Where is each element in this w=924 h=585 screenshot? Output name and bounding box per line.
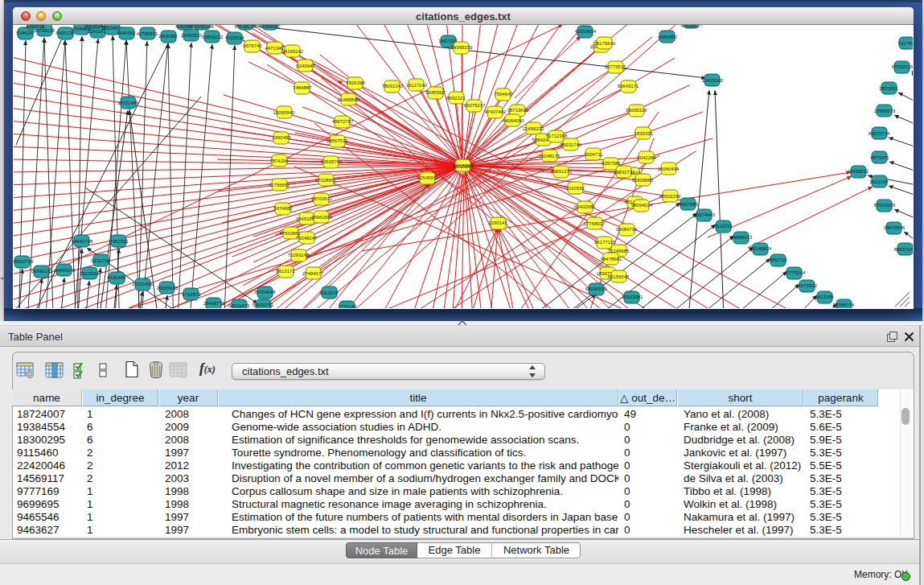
- svg-text:98094024: 98094024: [631, 203, 653, 208]
- svg-text:88937346: 88937346: [894, 247, 913, 252]
- svg-text:1640052: 1640052: [117, 31, 136, 35]
- svg-text:13433200: 13433200: [702, 78, 724, 83]
- svg-text:65648236: 65648236: [235, 25, 257, 29]
- svg-text:1839335: 1839335: [634, 131, 653, 136]
- svg-text:5045562: 5045562: [425, 90, 445, 95]
- svg-text:0679740: 0679740: [243, 43, 262, 48]
- svg-text:16560494: 16560494: [658, 167, 680, 171]
- svg-text:09670546: 09670546: [884, 225, 906, 230]
- svg-text:3623166: 3623166: [869, 179, 889, 184]
- svg-text:43699577: 43699577: [681, 25, 703, 28]
- svg-text:21456232: 21456232: [523, 126, 544, 131]
- svg-text:39005329: 39005329: [626, 108, 647, 113]
- svg-text:16117240: 16117240: [406, 83, 428, 88]
- svg-text:86872774: 86872774: [869, 131, 890, 136]
- svg-text:7464887: 7464887: [293, 85, 312, 90]
- svg-text:67632016: 67632016: [892, 64, 913, 69]
- svg-text:8692221: 8692221: [446, 96, 466, 101]
- svg-text:63605766: 63605766: [321, 159, 343, 164]
- svg-text:35240824: 35240824: [750, 246, 772, 251]
- svg-text:52809885: 52809885: [632, 178, 654, 183]
- svg-text:5674680: 5674680: [273, 206, 293, 211]
- svg-text:5346247: 5346247: [16, 31, 35, 35]
- svg-text:99650752: 99650752: [253, 303, 274, 307]
- svg-text:2805982: 2805982: [158, 34, 178, 39]
- svg-text:3990490: 3990490: [272, 135, 291, 140]
- svg-text:16048175: 16048175: [539, 154, 561, 159]
- svg-text:69379237: 69379237: [464, 103, 486, 108]
- svg-text:53773515: 53773515: [605, 64, 626, 69]
- svg-text:8313678: 8313678: [319, 290, 339, 295]
- svg-text:74989413: 74989413: [731, 235, 753, 240]
- svg-text:06562729: 06562729: [14, 259, 34, 264]
- svg-text:36183242: 36183242: [282, 49, 304, 54]
- svg-text:19832731: 19832731: [614, 170, 635, 175]
- svg-text:7874296: 7874296: [269, 159, 289, 163]
- svg-text:35454948: 35454948: [254, 290, 276, 295]
- svg-text:6716572: 6716572: [182, 292, 201, 297]
- svg-text:58867533: 58867533: [326, 138, 348, 143]
- svg-text:18702621: 18702621: [311, 196, 333, 201]
- svg-text:85931746: 85931746: [561, 142, 582, 147]
- svg-text:8613171: 8613171: [276, 269, 295, 274]
- svg-text:66177115: 66177115: [594, 240, 616, 245]
- svg-text:8267586: 8267586: [602, 161, 621, 166]
- svg-text:20450533: 20450533: [181, 33, 203, 38]
- svg-text:50643171: 50643171: [618, 84, 639, 89]
- svg-text:98478961: 98478961: [601, 257, 622, 262]
- svg-text:21465840: 21465840: [338, 97, 359, 102]
- svg-text:85574443: 85574443: [694, 212, 716, 217]
- svg-text:2870831: 2870831: [879, 86, 898, 91]
- svg-text:26179640: 26179640: [594, 41, 616, 46]
- svg-text:64990913: 64990913: [585, 286, 607, 291]
- svg-text:71093248: 71093248: [288, 253, 310, 257]
- svg-text:64641708: 64641708: [72, 239, 93, 244]
- svg-text:2290147: 2290147: [488, 220, 507, 225]
- svg-text:42786801: 42786801: [137, 31, 158, 36]
- svg-text:9232719: 9232719: [91, 258, 110, 263]
- svg-text:47775204: 47775204: [784, 270, 806, 275]
- svg-text:4873471: 4873471: [870, 155, 889, 160]
- svg-text:17758917: 17758917: [584, 221, 606, 226]
- svg-text:99386774: 99386774: [833, 303, 855, 307]
- svg-text:43303654: 43303654: [575, 29, 597, 34]
- svg-text:66156545: 66156545: [608, 274, 630, 279]
- svg-text:3518233: 3518233: [713, 224, 733, 229]
- svg-text:6025634: 6025634: [225, 35, 244, 40]
- svg-text:4294019: 4294019: [26, 25, 45, 29]
- svg-text:78091343: 78091343: [382, 84, 404, 89]
- svg-text:20465375: 20465375: [54, 268, 76, 273]
- svg-text:28498776: 28498776: [203, 301, 225, 306]
- svg-text:9413186: 9413186: [815, 295, 834, 299]
- svg-text:0249947: 0249947: [296, 64, 315, 68]
- svg-text:7452991: 7452991: [109, 239, 129, 244]
- svg-text:49972787: 49972787: [332, 119, 354, 124]
- svg-text:19065940: 19065940: [273, 110, 295, 115]
- svg-text:44064090: 44064090: [503, 118, 524, 123]
- svg-text:9042284: 9042284: [637, 155, 656, 160]
- svg-text:39084700: 39084700: [616, 227, 638, 232]
- svg-text:7917693: 7917693: [897, 41, 913, 46]
- svg-text:38721489: 38721489: [117, 101, 139, 105]
- svg-text:05865185: 05865185: [157, 286, 179, 290]
- svg-text:27889579: 27889579: [874, 109, 896, 113]
- svg-text:49651370: 49651370: [551, 169, 573, 174]
- svg-text:7826398: 7826398: [346, 80, 365, 85]
- svg-text:34123281: 34123281: [622, 295, 643, 299]
- svg-text:5310033: 5310033: [80, 271, 99, 276]
- svg-text:62994680: 62994680: [259, 25, 281, 29]
- svg-text:7594647: 7594647: [494, 92, 513, 97]
- svg-text:43455812: 43455812: [848, 169, 869, 174]
- svg-text:31931491: 31931491: [132, 282, 154, 286]
- svg-text:74395339: 74395339: [451, 45, 473, 50]
- svg-text:06990162: 06990162: [31, 269, 53, 274]
- svg-text:70348247: 70348247: [296, 236, 318, 241]
- svg-text:4586850: 4586850: [658, 35, 677, 39]
- svg-text:94531473: 94531473: [228, 303, 250, 308]
- svg-text:11671902: 11671902: [796, 283, 818, 288]
- svg-text:52545991: 52545991: [417, 175, 439, 180]
- svg-text:7770143: 7770143: [338, 304, 357, 308]
- svg-text:71756551: 71756551: [269, 183, 290, 187]
- svg-text:51712368: 51712368: [546, 134, 568, 138]
- svg-text:87603669: 87603669: [874, 203, 896, 208]
